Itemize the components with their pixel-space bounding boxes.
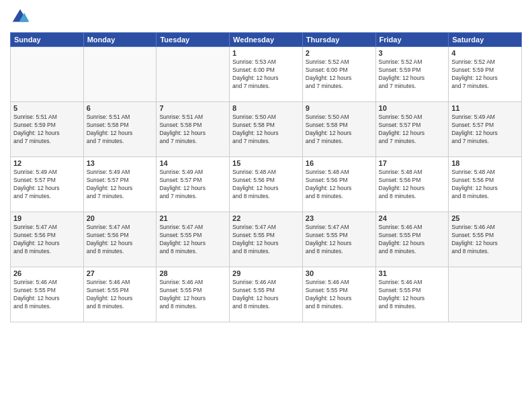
logo-icon xyxy=(10,7,30,27)
day-info: Sunrise: 5:46 AM Sunset: 5:55 PM Dayligh… xyxy=(159,279,226,311)
weekday-header-row: SundayMondayTuesdayWednesdayThursdayFrid… xyxy=(11,33,522,47)
day-number: 29 xyxy=(232,269,300,277)
calendar-cell: 2Sunrise: 5:52 AM Sunset: 6:00 PM Daylig… xyxy=(302,47,375,102)
week-row-5: 26Sunrise: 5:46 AM Sunset: 5:55 PM Dayli… xyxy=(11,267,522,322)
day-number: 16 xyxy=(306,159,373,167)
day-info: Sunrise: 5:48 AM Sunset: 5:56 PM Dayligh… xyxy=(451,169,519,201)
day-info: Sunrise: 5:47 AM Sunset: 5:55 PM Dayligh… xyxy=(159,224,226,256)
day-number: 28 xyxy=(159,269,226,277)
calendar-cell: 29Sunrise: 5:46 AM Sunset: 5:55 PM Dayli… xyxy=(230,267,303,322)
weekday-header-friday: Friday xyxy=(375,33,449,47)
calendar-cell: 26Sunrise: 5:46 AM Sunset: 5:55 PM Dayli… xyxy=(11,267,84,322)
day-info: Sunrise: 5:46 AM Sunset: 5:55 PM Dayligh… xyxy=(306,279,373,311)
calendar-cell: 8Sunrise: 5:50 AM Sunset: 5:58 PM Daylig… xyxy=(230,102,303,157)
day-number: 31 xyxy=(379,269,446,277)
day-info: Sunrise: 5:47 AM Sunset: 5:55 PM Dayligh… xyxy=(306,224,373,256)
calendar-cell: 15Sunrise: 5:48 AM Sunset: 5:56 PM Dayli… xyxy=(230,157,303,212)
calendar-cell: 7Sunrise: 5:51 AM Sunset: 5:58 PM Daylig… xyxy=(157,102,230,157)
calendar-cell xyxy=(83,47,157,102)
calendar: SundayMondayTuesdayWednesdayThursdayFrid… xyxy=(10,32,522,322)
day-number: 20 xyxy=(87,214,154,222)
day-number: 22 xyxy=(232,214,300,222)
day-number: 17 xyxy=(379,159,446,167)
calendar-cell: 24Sunrise: 5:46 AM Sunset: 5:55 PM Dayli… xyxy=(375,212,449,267)
calendar-cell xyxy=(11,47,84,102)
calendar-cell: 11Sunrise: 5:49 AM Sunset: 5:57 PM Dayli… xyxy=(449,102,522,157)
day-number: 26 xyxy=(13,269,81,277)
calendar-cell: 25Sunrise: 5:46 AM Sunset: 5:55 PM Dayli… xyxy=(449,212,522,267)
day-info: Sunrise: 5:51 AM Sunset: 5:58 PM Dayligh… xyxy=(159,113,226,146)
weekday-header-wednesday: Wednesday xyxy=(230,33,303,47)
day-number: 21 xyxy=(159,214,226,222)
day-number: 1 xyxy=(232,49,300,57)
calendar-cell: 4Sunrise: 5:52 AM Sunset: 5:59 PM Daylig… xyxy=(449,47,522,102)
day-info: Sunrise: 5:50 AM Sunset: 5:58 PM Dayligh… xyxy=(306,113,373,146)
calendar-cell: 6Sunrise: 5:51 AM Sunset: 5:58 PM Daylig… xyxy=(83,102,157,157)
day-number: 27 xyxy=(87,269,154,277)
day-number: 19 xyxy=(13,214,81,222)
calendar-cell: 19Sunrise: 5:47 AM Sunset: 5:56 PM Dayli… xyxy=(11,212,84,267)
day-info: Sunrise: 5:51 AM Sunset: 5:58 PM Dayligh… xyxy=(87,113,154,146)
day-info: Sunrise: 5:47 AM Sunset: 5:56 PM Dayligh… xyxy=(87,224,154,256)
day-number: 23 xyxy=(306,214,373,222)
calendar-cell: 31Sunrise: 5:46 AM Sunset: 5:55 PM Dayli… xyxy=(375,267,449,322)
week-row-1: 1Sunrise: 5:53 AM Sunset: 6:00 PM Daylig… xyxy=(11,47,522,102)
calendar-cell: 18Sunrise: 5:48 AM Sunset: 5:56 PM Dayli… xyxy=(449,157,522,212)
day-number: 12 xyxy=(13,159,81,167)
day-number: 3 xyxy=(379,49,446,57)
calendar-cell: 9Sunrise: 5:50 AM Sunset: 5:58 PM Daylig… xyxy=(302,102,375,157)
day-number: 6 xyxy=(87,104,154,112)
weekday-header-sunday: Sunday xyxy=(11,33,84,47)
day-number: 11 xyxy=(451,104,519,112)
day-info: Sunrise: 5:46 AM Sunset: 5:55 PM Dayligh… xyxy=(451,224,519,256)
week-row-3: 12Sunrise: 5:49 AM Sunset: 5:57 PM Dayli… xyxy=(11,157,522,212)
day-info: Sunrise: 5:52 AM Sunset: 5:59 PM Dayligh… xyxy=(379,58,446,91)
header xyxy=(10,7,522,27)
day-number: 5 xyxy=(13,104,81,112)
calendar-cell xyxy=(157,47,230,102)
calendar-cell: 20Sunrise: 5:47 AM Sunset: 5:56 PM Dayli… xyxy=(83,212,157,267)
weekday-header-saturday: Saturday xyxy=(449,33,522,47)
weekday-header-monday: Monday xyxy=(83,33,157,47)
calendar-cell: 30Sunrise: 5:46 AM Sunset: 5:55 PM Dayli… xyxy=(302,267,375,322)
calendar-cell: 17Sunrise: 5:48 AM Sunset: 5:56 PM Dayli… xyxy=(375,157,449,212)
day-number: 8 xyxy=(232,104,300,112)
day-info: Sunrise: 5:46 AM Sunset: 5:55 PM Dayligh… xyxy=(379,224,446,256)
weekday-header-thursday: Thursday xyxy=(302,33,375,47)
calendar-cell: 28Sunrise: 5:46 AM Sunset: 5:55 PM Dayli… xyxy=(157,267,230,322)
page: SundayMondayTuesdayWednesdayThursdayFrid… xyxy=(0,0,532,411)
day-number: 4 xyxy=(451,49,519,57)
day-info: Sunrise: 5:50 AM Sunset: 5:57 PM Dayligh… xyxy=(379,113,446,146)
calendar-cell: 13Sunrise: 5:49 AM Sunset: 5:57 PM Dayli… xyxy=(83,157,157,212)
day-number: 18 xyxy=(451,159,519,167)
day-info: Sunrise: 5:48 AM Sunset: 5:56 PM Dayligh… xyxy=(306,169,373,201)
weekday-header-tuesday: Tuesday xyxy=(157,33,230,47)
day-info: Sunrise: 5:47 AM Sunset: 5:56 PM Dayligh… xyxy=(13,224,81,256)
logo xyxy=(10,7,33,27)
day-info: Sunrise: 5:51 AM Sunset: 5:59 PM Dayligh… xyxy=(13,113,81,146)
calendar-cell: 16Sunrise: 5:48 AM Sunset: 5:56 PM Dayli… xyxy=(302,157,375,212)
calendar-cell xyxy=(449,267,522,322)
day-info: Sunrise: 5:49 AM Sunset: 5:57 PM Dayligh… xyxy=(159,169,226,201)
calendar-cell: 1Sunrise: 5:53 AM Sunset: 6:00 PM Daylig… xyxy=(230,47,303,102)
day-info: Sunrise: 5:46 AM Sunset: 5:55 PM Dayligh… xyxy=(13,279,81,311)
day-info: Sunrise: 5:47 AM Sunset: 5:55 PM Dayligh… xyxy=(232,224,300,256)
day-number: 14 xyxy=(159,159,226,167)
calendar-cell: 12Sunrise: 5:49 AM Sunset: 5:57 PM Dayli… xyxy=(11,157,84,212)
day-info: Sunrise: 5:52 AM Sunset: 6:00 PM Dayligh… xyxy=(306,58,373,91)
day-number: 9 xyxy=(306,104,373,112)
day-number: 10 xyxy=(379,104,446,112)
day-info: Sunrise: 5:50 AM Sunset: 5:58 PM Dayligh… xyxy=(232,113,300,146)
calendar-cell: 14Sunrise: 5:49 AM Sunset: 5:57 PM Dayli… xyxy=(157,157,230,212)
day-info: Sunrise: 5:48 AM Sunset: 5:56 PM Dayligh… xyxy=(232,169,300,201)
calendar-cell: 5Sunrise: 5:51 AM Sunset: 5:59 PM Daylig… xyxy=(11,102,84,157)
week-row-2: 5Sunrise: 5:51 AM Sunset: 5:59 PM Daylig… xyxy=(11,102,522,157)
day-number: 24 xyxy=(379,214,446,222)
day-number: 25 xyxy=(451,214,519,222)
day-info: Sunrise: 5:53 AM Sunset: 6:00 PM Dayligh… xyxy=(232,58,300,91)
day-number: 7 xyxy=(159,104,226,112)
day-number: 15 xyxy=(232,159,300,167)
day-number: 2 xyxy=(306,49,373,57)
day-info: Sunrise: 5:49 AM Sunset: 5:57 PM Dayligh… xyxy=(13,169,81,201)
calendar-cell: 22Sunrise: 5:47 AM Sunset: 5:55 PM Dayli… xyxy=(230,212,303,267)
